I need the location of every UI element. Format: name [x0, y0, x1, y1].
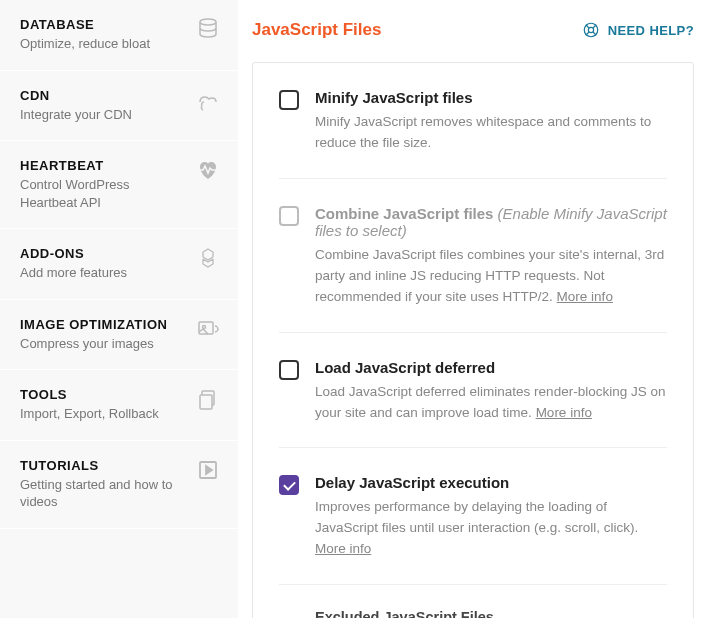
sidebar-item-sub: Import, Export, Rollback: [20, 405, 190, 423]
sidebar-item-sub: Getting started and how to videos: [20, 476, 190, 511]
option-title: Load JavaScript deferred: [315, 359, 667, 376]
svg-point-0: [200, 19, 216, 25]
need-help-button[interactable]: NEED HELP?: [582, 21, 694, 39]
subsection-title: Excluded JavaScript Files: [315, 609, 667, 618]
sidebar-item-image-optimization[interactable]: IMAGE OPTIMIZATION Compress your images: [0, 300, 238, 371]
checkbox-defer-js[interactable]: [279, 360, 299, 380]
sidebar-item-title: TOOLS: [20, 387, 190, 402]
sidebar-item-title: CDN: [20, 88, 190, 103]
sidebar-item-sub: Compress your images: [20, 335, 190, 353]
sidebar-item-sub: Add more features: [20, 264, 190, 282]
sidebar-item-sub: Control WordPress Heartbeat API: [20, 176, 190, 211]
checkbox-delay-js[interactable]: [279, 475, 299, 495]
sidebar-item-title: IMAGE OPTIMIZATION: [20, 317, 190, 332]
option-delay-js: Delay JavaScript execution Improves perf…: [279, 448, 667, 585]
svg-rect-4: [200, 395, 212, 409]
main-content: JavaScript Files NEED HELP? Minify JavaS…: [238, 0, 710, 618]
sidebar-item-cdn[interactable]: CDN Integrate your CDN: [0, 71, 238, 142]
sidebar-item-sub: Integrate your CDN: [20, 106, 190, 124]
option-title: Delay JavaScript execution: [315, 474, 667, 491]
option-title: Minify JavaScript files: [315, 89, 667, 106]
need-help-label: NEED HELP?: [608, 23, 694, 38]
help-icon: [582, 21, 600, 39]
sidebar-item-database[interactable]: DATABASE Optimize, reduce bloat: [0, 0, 238, 71]
sidebar-item-title: ADD-ONS: [20, 246, 190, 261]
checkbox-minify-js[interactable]: [279, 90, 299, 110]
image-icon: [196, 317, 220, 341]
option-combine-js: Combine JavaScript files (Enable Minify …: [279, 179, 667, 333]
more-info-link[interactable]: More info: [315, 541, 371, 556]
sidebar-item-title: TUTORIALS: [20, 458, 190, 473]
sidebar: DATABASE Optimize, reduce bloat CDN Inte…: [0, 0, 238, 618]
option-desc: Combine JavaScript files combines your s…: [315, 245, 667, 308]
checkbox-combine-js: [279, 206, 299, 226]
addons-icon: [196, 246, 220, 270]
option-desc: Load JavaScript deferred eliminates rend…: [315, 382, 667, 424]
options-panel: Minify JavaScript files Minify JavaScrip…: [252, 62, 694, 618]
cdn-icon: [196, 88, 220, 112]
heartbeat-icon: [196, 158, 220, 182]
tools-icon: [196, 387, 220, 411]
more-info-link[interactable]: More info: [536, 405, 592, 420]
database-icon: [196, 17, 220, 41]
sidebar-item-addons[interactable]: ADD-ONS Add more features: [0, 229, 238, 300]
more-info-link[interactable]: More info: [557, 289, 613, 304]
play-icon: [196, 458, 220, 482]
excluded-js-section: Excluded JavaScript Files Specify URLs o…: [279, 585, 667, 618]
sidebar-item-title: DATABASE: [20, 17, 190, 32]
option-minify-js: Minify JavaScript files Minify JavaScrip…: [279, 63, 667, 179]
sidebar-item-title: HEARTBEAT: [20, 158, 190, 173]
option-defer-js: Load JavaScript deferred Load JavaScript…: [279, 333, 667, 449]
sidebar-item-tools[interactable]: TOOLS Import, Export, Rollback: [0, 370, 238, 441]
page-title: JavaScript Files: [252, 20, 381, 40]
option-desc: Minify JavaScript removes whitespace and…: [315, 112, 667, 154]
svg-point-7: [588, 27, 593, 32]
sidebar-item-tutorials[interactable]: TUTORIALS Getting started and how to vid…: [0, 441, 238, 529]
option-title: Combine JavaScript files (Enable Minify …: [315, 205, 667, 239]
sidebar-item-heartbeat[interactable]: HEARTBEAT Control WordPress Heartbeat AP…: [0, 141, 238, 229]
svg-point-2: [203, 325, 206, 328]
sidebar-item-sub: Optimize, reduce bloat: [20, 35, 190, 53]
option-desc: Improves performance by delaying the loa…: [315, 497, 667, 560]
main-header: JavaScript Files NEED HELP?: [252, 20, 694, 40]
